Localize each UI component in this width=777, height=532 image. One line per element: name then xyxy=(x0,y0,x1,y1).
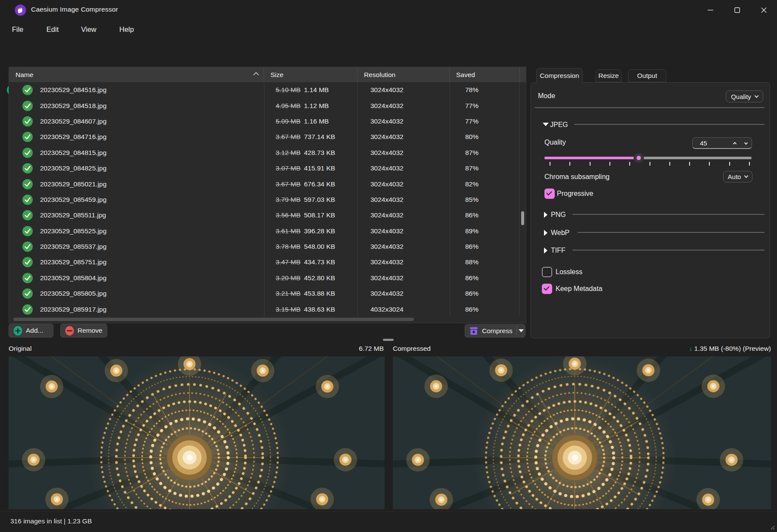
maximize-icon xyxy=(734,7,740,13)
file-size-cell: 3.12 MB428.73 KB xyxy=(264,149,357,157)
check-circle-icon xyxy=(22,241,33,252)
resize-grip[interactable] xyxy=(770,525,775,530)
file-resolution-cell: 3024x4032 xyxy=(357,118,450,125)
file-saved-cell: 86% xyxy=(450,243,520,251)
quality-spinbox[interactable]: 45 xyxy=(692,137,752,149)
table-row[interactable]: 20230529_084607.jpg 5.09 MB1.16 MB 3024x… xyxy=(9,114,520,129)
table-row[interactable]: 20230529_084815.jpg 3.12 MB428.73 KB 302… xyxy=(9,145,520,161)
menu-file[interactable]: File xyxy=(5,22,30,36)
table-row[interactable]: 20230529_085804.jpg 3.20 MB452.80 KB 302… xyxy=(9,270,520,286)
file-size-cell: 3.56 MB508.17 KB xyxy=(264,211,357,219)
lossless-checkbox[interactable] xyxy=(542,267,552,277)
keep-metadata-checkbox[interactable] xyxy=(542,284,552,294)
window-title: Caesium Image Compressor xyxy=(31,6,118,13)
preview-splitter-handle[interactable] xyxy=(383,339,394,341)
original-size: 6.72 MB xyxy=(9,345,384,353)
webp-section-label[interactable]: WebP xyxy=(551,229,569,237)
compressed-size: 1.12 MB xyxy=(304,102,329,109)
file-saved-cell: 78% xyxy=(450,86,520,94)
webp-expand-icon[interactable] xyxy=(544,230,547,236)
file-saved-cell: 89% xyxy=(450,227,520,235)
table-row[interactable]: 20230529_085459.jpg 3.79 MB597.03 KB 302… xyxy=(9,192,520,207)
menu-view[interactable]: View xyxy=(76,22,102,36)
compressed-size: 452.80 KB xyxy=(304,274,335,281)
menu-help[interactable]: Help xyxy=(114,22,140,36)
close-button[interactable] xyxy=(750,0,777,20)
compressed-size: 415.91 KB xyxy=(304,164,335,172)
spin-up-button[interactable] xyxy=(729,141,740,145)
file-size-cell: 3.78 MB548.00 KB xyxy=(264,243,357,251)
add-button[interactable]: Add... xyxy=(9,324,53,337)
compress-button[interactable]: Compress xyxy=(465,324,525,337)
file-size-cell: 3.20 MB452.80 KB xyxy=(264,274,357,282)
compression-panel: Mode Quality JPEG Quality 45 Chroma subs… xyxy=(531,82,770,338)
jpeg-collapse-icon[interactable] xyxy=(543,123,549,126)
keep-metadata-label: Keep Metadata xyxy=(556,285,603,293)
file-name-cell: 20230529_085525.jpg xyxy=(9,226,264,237)
file-resolution-cell: 3024x4032 xyxy=(357,243,450,251)
png-expand-icon[interactable] xyxy=(544,212,547,218)
tiff-expand-icon[interactable] xyxy=(544,247,547,254)
column-header-saved[interactable]: Saved xyxy=(450,67,520,82)
tab-compression[interactable]: Compression xyxy=(536,68,583,83)
horizontal-scrollbar[interactable] xyxy=(10,318,519,322)
png-section-label[interactable]: PNG xyxy=(551,211,566,219)
table-row[interactable]: 20230529_085917.jpg 3.15 MB438.63 KB 403… xyxy=(9,301,520,317)
minimize-button[interactable] xyxy=(697,0,724,20)
column-divider xyxy=(357,82,358,317)
mode-dropdown[interactable]: Quality xyxy=(726,90,763,102)
horizontal-scrollbar-handle[interactable] xyxy=(13,318,414,321)
compressed-size: 508.17 KB xyxy=(304,211,335,219)
toolbar xyxy=(0,39,777,64)
statusbar: 316 images in list | 1.23 GB xyxy=(0,511,777,532)
compressed-preview-image[interactable] xyxy=(393,356,771,509)
table-row[interactable]: 20230529_084716.jpg 3.67 MB737.14 KB 302… xyxy=(9,129,520,145)
table-row[interactable]: 20230529_084825.jpg 3.07 MB415.91 KB 302… xyxy=(9,161,520,176)
file-size-cell: 3.15 MB438.63 KB xyxy=(264,306,357,313)
remove-button[interactable]: Remove xyxy=(60,324,107,337)
vertical-scrollbar-handle[interactable] xyxy=(521,211,524,225)
file-saved-cell: 86% xyxy=(450,290,520,297)
table-row[interactable]: 20230529_084516.jpg 5.10 MB1.14 MB 3024x… xyxy=(9,82,520,98)
menu-edit[interactable]: Edit xyxy=(40,22,65,36)
tab-output[interactable]: Output xyxy=(628,69,666,82)
tab-resize[interactable]: Resize xyxy=(596,69,622,82)
separator xyxy=(535,107,765,108)
vertical-scrollbar[interactable] xyxy=(519,82,526,317)
spin-down-button[interactable] xyxy=(740,142,752,144)
column-header-size[interactable]: Size xyxy=(264,67,357,82)
table-row[interactable]: 20230529_085525.jpg 3.61 MB396.28 KB 302… xyxy=(9,223,520,239)
table-body: 20230529_084516.jpg 5.10 MB1.14 MB 3024x… xyxy=(9,82,520,318)
check-circle-icon xyxy=(22,84,33,96)
compress-button-main[interactable]: Compress xyxy=(465,326,516,336)
table-row[interactable]: 20230529_085021.jpg 3.67 MB676.34 KB 302… xyxy=(9,176,520,192)
file-size-cell: 3.67 MB737.14 KB xyxy=(264,133,357,141)
dropdown-arrow-icon xyxy=(519,329,524,332)
column-size-label: Size xyxy=(270,71,283,79)
progressive-checkbox[interactable] xyxy=(544,189,555,199)
tiff-section-label[interactable]: TIFF xyxy=(551,247,566,254)
quality-slider[interactable] xyxy=(544,157,752,159)
column-header-name[interactable]: Name xyxy=(9,67,264,82)
compressed-size: 737.14 KB xyxy=(304,133,335,140)
quality-label: Quality xyxy=(544,139,566,146)
table-row[interactable]: 20230529_085751.jpg 3.47 MB434.73 KB 302… xyxy=(9,254,520,270)
column-header-resolution[interactable]: Resolution xyxy=(357,67,450,82)
chevron-down-icon xyxy=(744,174,749,178)
table-row[interactable]: 20230529_085805.jpg 3.21 MB453.88 KB 302… xyxy=(9,286,520,301)
maximize-button[interactable] xyxy=(724,0,750,20)
original-preview-image[interactable] xyxy=(9,356,385,509)
file-name: 20230529_084518.jpg xyxy=(40,102,106,110)
file-name: 20230529_085805.jpg xyxy=(40,290,106,297)
compress-options-button[interactable] xyxy=(517,329,525,332)
file-resolution-cell: 3024x4032 xyxy=(357,227,450,235)
status-text: 316 images in list | 1.23 GB xyxy=(10,517,92,525)
table-row[interactable]: 20230529_085511.jpg 3.56 MB508.17 KB 302… xyxy=(9,207,520,223)
jpeg-section-label[interactable]: JPEG xyxy=(550,121,568,129)
original-size: 4.95 MB xyxy=(276,102,301,109)
file-size-cell: 3.21 MB453.88 KB xyxy=(264,290,357,297)
chroma-subsampling-dropdown[interactable]: Auto xyxy=(723,171,752,182)
table-row[interactable]: 20230529_084518.jpg 4.95 MB1.12 MB 3024x… xyxy=(9,98,520,113)
file-size-cell: 3.07 MB415.91 KB xyxy=(264,164,357,172)
table-row[interactable]: 20230529_085537.jpg 3.78 MB548.00 KB 302… xyxy=(9,239,520,254)
